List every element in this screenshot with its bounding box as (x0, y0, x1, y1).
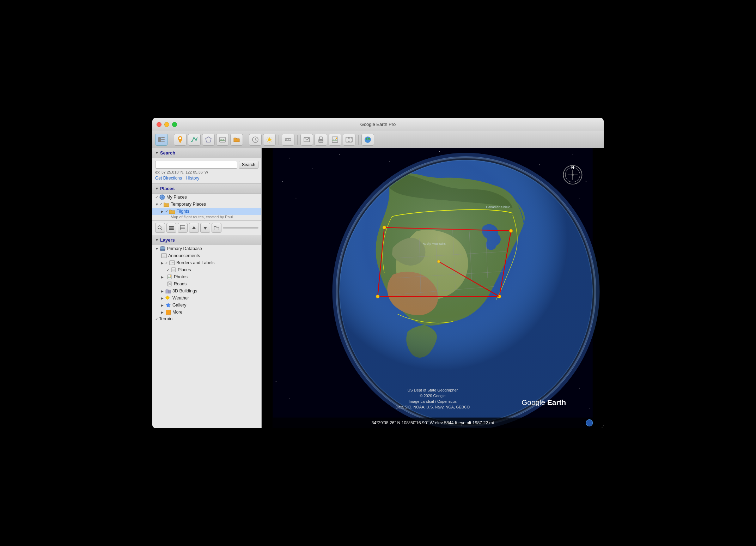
my-places-check-icon: ✓ (155, 195, 158, 200)
photos-item[interactable]: ▶ Photos (152, 273, 261, 280)
3d-buildings-arrow-icon[interactable]: ▶ (161, 289, 165, 293)
weather-arrow-icon[interactable]: ▶ (161, 296, 165, 300)
svg-rect-0 (158, 137, 161, 142)
add-placemark-button[interactable] (174, 134, 187, 146)
temporary-places-item[interactable]: ▼ ✓ Temporary Places (152, 201, 261, 208)
svg-point-91 (439, 151, 440, 152)
search-tool-button[interactable] (155, 223, 165, 233)
save-movie-button[interactable] (343, 134, 355, 146)
layers-section-header[interactable]: ▼ Layers (152, 235, 261, 245)
terrain-item[interactable]: ✓ Terrain (152, 316, 261, 322)
add-polygon-button[interactable] (202, 134, 215, 146)
svg-rect-76 (169, 291, 171, 293)
primary-db-label: Primary Database (167, 246, 202, 251)
move-down-button[interactable] (200, 223, 210, 233)
svg-point-5 (191, 141, 193, 142)
sun-button[interactable] (263, 134, 276, 146)
svg-point-79 (166, 296, 169, 299)
flights-item[interactable]: ▶ ✓ Flights (152, 208, 261, 215)
globe-area[interactable]: Canadian Shield Rocky Mountains N (262, 148, 604, 428)
ruler-button[interactable] (282, 134, 294, 146)
opacity-slider[interactable] (223, 227, 258, 229)
titlebar: Google Earth Pro (152, 118, 604, 131)
flights-folder-icon (169, 208, 175, 214)
more-arrow-icon[interactable]: ▶ (161, 310, 165, 314)
borders-arrow-icon[interactable]: ▶ (161, 261, 165, 265)
svg-rect-75 (166, 290, 169, 293)
flights-arrow-icon[interactable]: ▶ (161, 210, 165, 213)
places-layer-label: Places (178, 267, 191, 272)
svg-text:Rocky Mountains: Rocky Mountains (423, 242, 446, 245)
places-section-title: Places (160, 186, 175, 191)
photos-arrow-icon[interactable]: ▶ (161, 275, 165, 279)
toolbar (152, 131, 604, 148)
roads-item[interactable]: Roads (152, 280, 261, 287)
gallery-arrow-icon[interactable]: ▶ (161, 303, 165, 307)
temporary-places-label: Temporary Places (171, 202, 206, 207)
search-button[interactable]: Search (239, 161, 258, 169)
svg-line-65 (171, 262, 172, 263)
print-button[interactable] (315, 134, 327, 146)
search-row: Search (155, 161, 258, 169)
svg-line-16 (268, 138, 268, 138)
places-layer-check-icon: ✓ (166, 268, 170, 272)
maximize-button[interactable] (172, 122, 177, 127)
svg-point-122 (339, 160, 592, 423)
move-up-button[interactable] (189, 223, 199, 233)
svg-point-71 (170, 275, 171, 277)
flights-label[interactable]: Flights (176, 209, 189, 214)
more-item[interactable]: ▶ More (152, 309, 261, 316)
new-folder-button[interactable] (212, 223, 221, 233)
save-image-button[interactable] (329, 134, 341, 146)
gallery-item[interactable]: ▶ Gallery (152, 302, 261, 309)
minimize-button[interactable] (164, 122, 169, 127)
toolbar-separator-2 (246, 135, 246, 145)
svg-rect-85 (166, 310, 171, 315)
my-places-item[interactable]: ✓ My Places (152, 194, 261, 201)
primary-db-arrow-icon[interactable]: ▼ (155, 247, 159, 251)
temporary-places-folder-icon (163, 201, 170, 207)
svg-text:© 2020 Google: © 2020 Google (420, 394, 445, 398)
add-folder-button[interactable] (230, 134, 243, 146)
svg-point-6 (193, 137, 195, 139)
svg-rect-60 (161, 254, 166, 258)
3d-buildings-item[interactable]: ▶ 3D Buildings (152, 287, 261, 295)
gallery-icon (165, 302, 171, 308)
temporary-places-arrow-icon[interactable]: ▼ (155, 202, 159, 206)
add-path-button[interactable] (188, 134, 201, 146)
get-directions-link[interactable]: Get Directions (155, 176, 182, 181)
svg-point-100 (289, 398, 290, 399)
weather-item[interactable]: ▶ Weather (152, 295, 261, 302)
detail-view-button[interactable] (178, 223, 188, 233)
roads-label: Roads (174, 281, 187, 286)
svg-point-99 (276, 381, 276, 382)
svg-rect-27 (319, 137, 322, 139)
gallery-label: Gallery (172, 303, 187, 308)
search-arrow-icon: ▼ (155, 151, 159, 155)
email-button[interactable] (300, 134, 313, 146)
earth-view-button[interactable] (361, 134, 374, 146)
svg-point-102 (589, 408, 590, 409)
search-section-header[interactable]: ▼ Search (152, 148, 261, 158)
svg-point-101 (579, 388, 580, 389)
borders-icon (169, 260, 175, 266)
places-section-header[interactable]: ▼ Places (152, 184, 261, 194)
sidebar-toggle-button[interactable] (155, 134, 168, 146)
svg-point-98 (579, 198, 580, 199)
flights-desc-text: Map of flight routes, created by Paul (171, 215, 258, 219)
close-button[interactable] (157, 122, 161, 127)
svg-line-17 (271, 141, 272, 142)
announcements-item[interactable]: Announcements (152, 252, 261, 259)
svg-text:34°29'08.26" N  108°50'16.90" : 34°29'08.26" N 108°50'16.90" W elev 5844… (371, 420, 494, 425)
search-input[interactable] (155, 161, 237, 169)
history-link[interactable]: History (186, 176, 199, 181)
svg-point-95 (282, 181, 283, 182)
svg-rect-20 (285, 139, 291, 141)
add-overlay-button[interactable] (216, 134, 229, 146)
borders-item[interactable]: ▶ ✓ Borders and Labels (152, 259, 261, 266)
primary-database-item[interactable]: ▼ Primary Database (152, 245, 261, 252)
time-slider-button[interactable] (249, 134, 262, 146)
list-view-button[interactable] (166, 223, 176, 233)
places-layer-item[interactable]: ✓ Places (152, 266, 261, 273)
svg-marker-53 (192, 226, 196, 229)
